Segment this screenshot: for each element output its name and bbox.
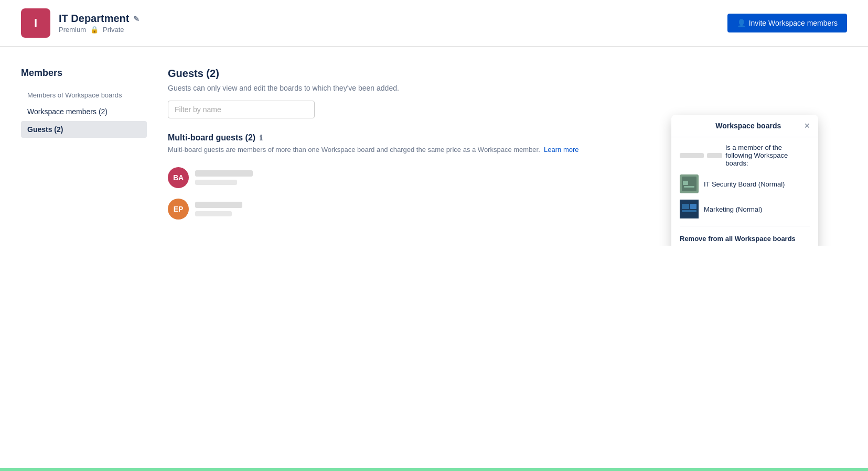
- workspace-premium-badge: Premium: [59, 26, 86, 34]
- board-name-security: IT Security Board (Normal): [704, 180, 785, 188]
- svg-rect-7: [682, 204, 689, 209]
- workspace-name-text: IT Department: [59, 13, 129, 25]
- popup-title: Workspace boards: [692, 122, 804, 130]
- svg-rect-8: [682, 210, 696, 212]
- popup-board-item-2[interactable]: Marketing (Normal): [680, 196, 810, 222]
- avatar-ba: BA: [168, 167, 189, 188]
- popup-board-item-1[interactable]: IT Security Board (Normal): [680, 171, 810, 196]
- invite-button-label: Invite Workspace members: [749, 19, 838, 27]
- main-container: Members Members of Workspace boards Work…: [0, 47, 839, 246]
- popup-header: Workspace boards ×: [671, 115, 818, 137]
- learn-more-link[interactable]: Learn more: [544, 146, 578, 154]
- workspace-name: IT Department ✎: [59, 13, 727, 25]
- workspace-private-label: Private: [103, 26, 124, 34]
- section-desc: Guests can only view and edit the boards…: [168, 84, 818, 92]
- header: I IT Department ✎ Premium 🔒 Private 👤 In…: [0, 0, 868, 47]
- popup-member-name-bar1: [680, 153, 704, 158]
- invite-person-icon: 👤: [737, 19, 746, 27]
- member-email-bar-ep: [195, 211, 232, 216]
- sidebar-item-workspace-members[interactable]: Workspace members (2): [21, 103, 147, 120]
- board-name-marketing: Marketing (Normal): [704, 205, 762, 213]
- member-name-bar-ba: [195, 170, 253, 177]
- avatar-ep: EP: [168, 199, 189, 220]
- member-email-bar-ba: [195, 180, 237, 185]
- sidebar: Members Members of Workspace boards Work…: [21, 68, 147, 225]
- workspace-info: IT Department ✎ Premium 🔒 Private: [59, 13, 727, 34]
- member-name-bar-ep: [195, 202, 242, 208]
- lock-icon: 🔒: [90, 26, 99, 34]
- filter-by-name-input[interactable]: [168, 101, 315, 118]
- edit-workspace-icon[interactable]: ✎: [133, 15, 140, 23]
- svg-rect-5: [684, 186, 694, 188]
- multiboard-title-text: Multi-board guests (2): [168, 133, 255, 143]
- popup-close-button[interactable]: ×: [804, 121, 810, 130]
- board-thumb-security: [680, 174, 699, 193]
- info-icon[interactable]: ℹ: [260, 134, 262, 142]
- multiboard-desc-text: Multi-board guests are members of more t…: [168, 146, 540, 154]
- board-thumb-marketing: [680, 200, 699, 218]
- workspace-meta: Premium 🔒 Private: [59, 26, 727, 34]
- member-info-ba: [195, 170, 697, 185]
- workspace-boards-popup: Workspace boards × is a member of the fo…: [671, 115, 818, 246]
- invite-workspace-members-button[interactable]: 👤 Invite Workspace members: [727, 14, 847, 32]
- section-title: Guests (2): [168, 68, 818, 80]
- popup-member-line: is a member of the following Workspace b…: [680, 144, 810, 167]
- workspace-logo: I: [21, 8, 50, 38]
- popup-divider: [680, 226, 810, 226]
- content-area: Guests (2) Guests can only view and edit…: [168, 68, 818, 225]
- sidebar-item-guests[interactable]: Guests (2): [21, 121, 147, 138]
- popup-member-is-text: is a member of the following Workspace b…: [725, 144, 810, 167]
- popup-member-name-bar2: [707, 153, 722, 158]
- sidebar-title: Members: [21, 68, 147, 79]
- remove-from-all-boards-button[interactable]: Remove from all Workspace boards: [680, 231, 810, 246]
- svg-rect-4: [683, 181, 688, 185]
- sidebar-item-workspace-boards[interactable]: Members of Workspace boards: [21, 87, 147, 103]
- popup-body: is a member of the following Workspace b…: [671, 137, 818, 246]
- svg-rect-9: [690, 204, 696, 209]
